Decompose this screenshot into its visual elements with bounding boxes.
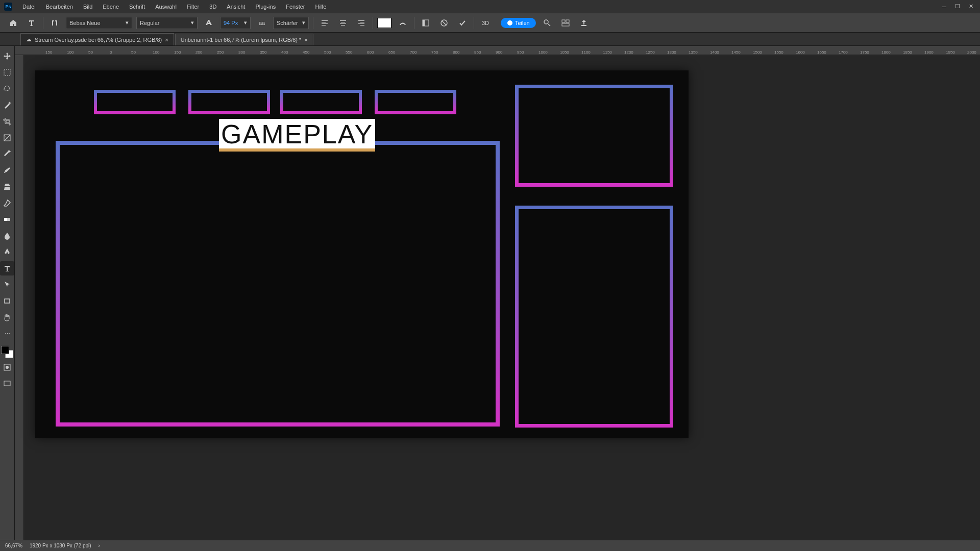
font-family-dropdown[interactable]: Bebas Neue▾: [66, 17, 132, 29]
svg-rect-1: [423, 20, 425, 26]
warp-text-icon[interactable]: [396, 16, 410, 30]
menu-schrift[interactable]: Schrift: [124, 2, 150, 12]
cancel-icon[interactable]: [437, 16, 451, 30]
color-picker[interactable]: [1, 346, 13, 358]
brush-tool[interactable]: [0, 163, 14, 178]
pen-tool[interactable]: [0, 245, 14, 259]
canvas[interactable]: GAMEPLAY: [35, 70, 689, 438]
menu-ebene[interactable]: Ebene: [97, 2, 124, 12]
hand-tool[interactable]: [0, 310, 14, 324]
home-icon[interactable]: [6, 16, 20, 30]
font-size-icon: [202, 16, 216, 30]
commit-icon[interactable]: [455, 16, 470, 30]
document-tabs: ☁Stream Overlay.psdc bei 66,7% (Gruppe 2…: [0, 33, 980, 46]
document-tab[interactable]: ☁Stream Overlay.psdc bei 66,7% (Gruppe 2…: [20, 33, 174, 45]
svg-point-4: [544, 20, 548, 24]
magic-wand-tool[interactable]: [0, 98, 14, 112]
quick-mask-tool[interactable]: [0, 360, 14, 374]
menu-plug-ins[interactable]: Plug-ins: [250, 2, 281, 12]
menu-bearbeiten[interactable]: Bearbeiten: [41, 2, 78, 12]
menu-filter[interactable]: Filter: [182, 2, 204, 12]
menu-bar: Ps DateiBearbeitenBildEbeneSchriftAuswah…: [0, 0, 980, 13]
svg-rect-5: [562, 20, 565, 22]
close-tab-icon[interactable]: ×: [165, 37, 168, 43]
svg-point-15: [6, 366, 9, 369]
maximize-button[interactable]: ☐: [952, 2, 963, 12]
cloud-icon: ☁: [26, 36, 32, 43]
overlay-webcam-box: [515, 85, 673, 187]
clone-stamp-tool[interactable]: [0, 180, 14, 194]
overlay-box-2: [188, 90, 270, 114]
close-button[interactable]: ✕: [966, 2, 976, 12]
font-size-dropdown[interactable]: 94 Px▾: [220, 17, 251, 29]
align-center-icon[interactable]: [336, 16, 350, 30]
menu-datei[interactable]: Datei: [17, 2, 41, 12]
ruler-vertical: [15, 55, 24, 540]
gradient-tool[interactable]: [0, 212, 14, 227]
search-icon[interactable]: [540, 16, 554, 30]
path-selection-tool[interactable]: [0, 278, 14, 292]
align-left-icon[interactable]: [317, 16, 332, 30]
menu-3d[interactable]: 3D: [204, 2, 222, 12]
antialiasing-dropdown[interactable]: Schärfer▾: [273, 17, 309, 29]
svg-rect-13: [5, 299, 10, 303]
svg-point-3: [507, 20, 512, 26]
options-bar: Bebas Neue▾ Regular▾ 94 Px▾ aa Schärfer▾…: [0, 13, 980, 33]
tools-panel: ⋯: [0, 46, 15, 540]
svg-rect-6: [566, 20, 569, 22]
text-color-swatch[interactable]: [377, 18, 391, 28]
rectangle-tool[interactable]: [0, 294, 14, 308]
status-chevron-icon[interactable]: ›: [99, 543, 100, 548]
close-tab-icon[interactable]: ×: [304, 37, 307, 43]
eyedropper-tool[interactable]: [0, 147, 14, 161]
menu-fenster[interactable]: Fenster: [281, 2, 310, 12]
type-tool[interactable]: [0, 261, 14, 276]
overlay-main-box: [56, 141, 500, 427]
eraser-tool[interactable]: [0, 196, 14, 210]
svg-rect-7: [562, 23, 569, 26]
overlay-chat-box: [515, 206, 673, 428]
menu-ansicht[interactable]: Ansicht: [222, 2, 250, 12]
svg-rect-9: [4, 69, 10, 76]
document-info: 1920 Px x 1080 Px (72 ppi): [30, 543, 91, 548]
share-export-icon[interactable]: [577, 16, 591, 30]
3d-icon[interactable]: 3D: [478, 16, 493, 30]
ruler-horizontal: 1501005005010015020025030035040045050055…: [15, 46, 980, 55]
menu-auswahl[interactable]: Auswahl: [150, 2, 182, 12]
share-button[interactable]: Teilen: [501, 18, 536, 28]
blur-tool[interactable]: [0, 229, 14, 243]
frame-tool[interactable]: [0, 131, 14, 145]
svg-rect-8: [581, 25, 586, 26]
type-tool-icon: [24, 16, 39, 30]
move-tool[interactable]: [0, 49, 14, 63]
status-bar: 66,67% 1920 Px x 1080 Px (72 ppi) ›: [0, 540, 980, 551]
antialiasing-icon: aa: [255, 16, 269, 30]
align-right-icon[interactable]: [354, 16, 369, 30]
minimize-button[interactable]: ─: [939, 2, 949, 12]
gameplay-text[interactable]: GAMEPLAY: [219, 119, 375, 149]
panel-toggle-icon[interactable]: [419, 16, 433, 30]
overlay-box-1: [94, 90, 176, 114]
workspace-icon[interactable]: [558, 16, 573, 30]
document-tab[interactable]: Unbenannt-1 bei 66,7% (Lorem Ipsum, RGB/…: [175, 34, 313, 45]
overlay-box-3: [280, 90, 362, 114]
svg-rect-16: [4, 381, 10, 386]
overlay-box-4: [375, 90, 456, 114]
app-icon: Ps: [4, 3, 12, 11]
font-style-dropdown[interactable]: Regular▾: [136, 17, 198, 29]
screen-mode-tool[interactable]: [0, 377, 14, 391]
menu-bild[interactable]: Bild: [78, 2, 97, 12]
canvas-area: 1501005005010015020025030035040045050055…: [15, 46, 980, 540]
more-tools[interactable]: ⋯: [0, 327, 14, 341]
crop-tool[interactable]: [0, 114, 14, 129]
zoom-level[interactable]: 66,67%: [5, 543, 22, 548]
lasso-tool[interactable]: [0, 82, 14, 96]
menu-hilfe[interactable]: Hilfe: [310, 2, 331, 12]
svg-rect-12: [4, 218, 7, 221]
marquee-tool[interactable]: [0, 65, 14, 80]
text-orientation-icon[interactable]: [47, 16, 62, 30]
